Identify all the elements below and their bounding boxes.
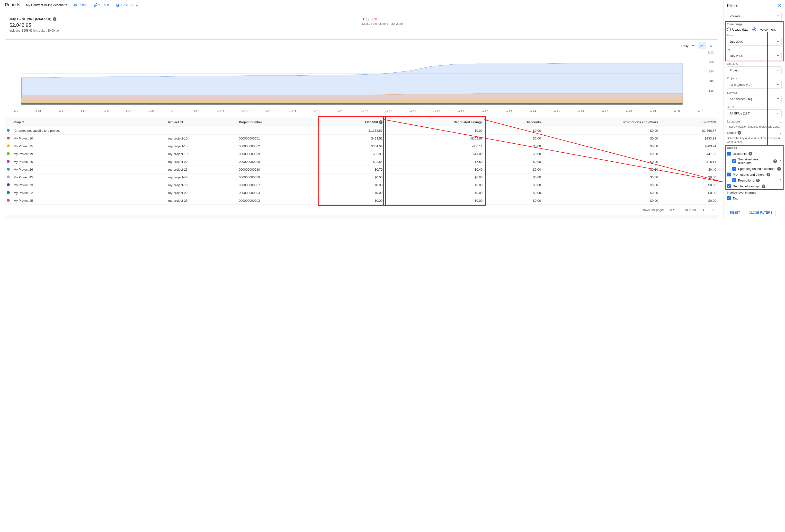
- help-icon[interactable]: ?: [762, 184, 765, 188]
- locations-hint: Filter by location data like region and …: [727, 125, 782, 129]
- svg-rect-2: [711, 46, 712, 47]
- table-row[interactable]: My Project 10my-project-10000000000001$4…: [5, 134, 718, 142]
- close-filters-button-bottom[interactable]: CLOSE FILTERS: [746, 209, 776, 216]
- billing-account-selector[interactable]: My Contract Billing Account: [26, 3, 67, 7]
- checkbox-tax[interactable]: ✓Tax: [727, 196, 782, 200]
- cell-negotiated: -$50.11: [384, 142, 484, 150]
- table-row[interactable]: My Project 26my-project-26000000000010$0…: [5, 165, 718, 173]
- print-button[interactable]: PRINT: [73, 3, 88, 7]
- chart-mode-line[interactable]: [698, 42, 706, 49]
- checkbox-checked-icon: ✓: [727, 196, 731, 200]
- checkbox-spending-based[interactable]: ✓Spending based discounts?: [732, 167, 782, 170]
- y-tick-label: $40: [709, 80, 713, 83]
- cell-promotions: $0.00: [543, 189, 660, 196]
- cell-subtotal: $0.40: [660, 165, 718, 173]
- col-subtotal[interactable]: ↓ Subtotal: [660, 117, 718, 127]
- cell-discounts: $0.00: [484, 150, 543, 158]
- chevron-up-icon[interactable]: ⌃: [779, 179, 782, 182]
- cell-project: My Project 73: [12, 181, 166, 189]
- caret-down-icon: [777, 41, 779, 42]
- x-tick-label: Jul 15: [313, 110, 320, 112]
- summary-includes: includes -$258.66 in credits , $0.00 tax: [9, 29, 362, 32]
- help-icon[interactable]: ?: [777, 167, 781, 170]
- cell-subtotal: $0.00: [660, 189, 718, 196]
- skus-select[interactable]: All SKUs (194): [727, 109, 782, 117]
- from-select[interactable]: July 2020: [727, 38, 782, 46]
- x-tick-label: Jul 27: [601, 110, 608, 112]
- chevron-right-icon: [711, 208, 715, 212]
- x-tick-label: Jul 28: [625, 110, 632, 112]
- group-by-label: Group by: [727, 62, 782, 65]
- close-filters-button[interactable]: ✕: [778, 3, 782, 9]
- line-chart-icon: [700, 44, 704, 48]
- help-icon[interactable]: ?: [379, 120, 382, 124]
- checkbox-discounts[interactable]: ✓Discounts?: [727, 152, 782, 156]
- cell-discounts: $0.00: [484, 181, 543, 189]
- rows-per-page-select[interactable]: 10: [668, 208, 675, 212]
- cell-list-cost: $493.51: [319, 134, 384, 142]
- reset-filters-button[interactable]: RESET: [727, 209, 743, 216]
- col-project[interactable]: Project: [12, 117, 166, 127]
- cell-project-id: my-project-10: [166, 134, 237, 142]
- col-promotions[interactable]: Promotions and others: [543, 117, 660, 127]
- to-select[interactable]: July 2020: [727, 52, 782, 60]
- help-icon[interactable]: ?: [756, 179, 760, 182]
- chevron-left-icon: [701, 208, 705, 212]
- radio-usage-date[interactable]: Usage date: [727, 27, 749, 31]
- help-icon[interactable]: ?: [749, 152, 752, 156]
- projects-select[interactable]: All projects (40): [727, 81, 782, 89]
- color-dot-icon: [7, 199, 10, 202]
- summary-card: July 1 – 31, 2020 (total cost) ? $2,042.…: [5, 14, 718, 36]
- chart-period-selector[interactable]: Daily: [681, 44, 694, 48]
- totals-card: Subtotal $2,042.95 Invoice total ? $2,04…: [5, 215, 718, 219]
- table-row[interactable]: My Project 20my-project-20000000000006$2…: [5, 158, 718, 165]
- to-label: To: [727, 48, 782, 51]
- table-row[interactable]: [Charges not specific to a project]—$1,3…: [5, 127, 718, 134]
- x-tick-label: Jul 16: [337, 110, 344, 112]
- cell-project-number: 000000000001: [237, 134, 319, 142]
- col-project-number[interactable]: Project number: [237, 117, 319, 127]
- table-row[interactable]: My Project 73my-project-73000000000007$0…: [5, 181, 718, 189]
- help-icon[interactable]: ?: [53, 17, 56, 21]
- checkbox-negotiated-savings[interactable]: ✓Negotiated savings?: [727, 184, 782, 188]
- checkbox-sustained-use[interactable]: ✓Sustained use discounts?⌃: [732, 158, 782, 165]
- cell-project: My Project 10: [12, 134, 166, 142]
- pager-prev-button[interactable]: [700, 207, 706, 213]
- help-icon[interactable]: ?: [766, 173, 770, 177]
- caret-down-icon: [777, 113, 779, 114]
- radio-invoice-month[interactable]: Invoice month: [753, 27, 778, 31]
- y-tick-label: $100: [708, 51, 713, 54]
- table-row[interactable]: My Project 22my-project-22000000000004$0…: [5, 189, 718, 196]
- checkbox-promotions[interactable]: ✓Promotions?⌃: [732, 178, 782, 182]
- color-dot-icon: [7, 152, 10, 155]
- share-button[interactable]: SHARE: [94, 3, 110, 7]
- col-project-id[interactable]: Project ID: [166, 117, 237, 127]
- labels-heading[interactable]: Labels?⌄: [727, 131, 782, 135]
- col-negotiated-savings[interactable]: Negotiated savings: [384, 117, 484, 127]
- services-select[interactable]: All services (16): [727, 95, 782, 103]
- x-tick-label: Jul 24: [529, 110, 536, 112]
- checkbox-promotions-others[interactable]: ✓Promotions and others?: [727, 172, 782, 177]
- save-view-button[interactable]: SAVE VIEW: [116, 3, 138, 7]
- radio-checked-icon: [753, 27, 756, 31]
- x-tick-label: Jul 18: [385, 110, 392, 112]
- locations-heading[interactable]: Locations⌄: [727, 120, 782, 123]
- caret-down-icon: [777, 84, 779, 85]
- help-icon[interactable]: ?: [773, 159, 777, 163]
- color-dot-icon: [7, 129, 10, 132]
- col-discounts[interactable]: Discounts: [484, 117, 543, 127]
- pager-next-button[interactable]: [710, 207, 716, 213]
- presets-select[interactable]: Presets: [727, 12, 782, 20]
- table-row[interactable]: My Project 19my-project-19000000000009$8…: [5, 150, 718, 158]
- table-row[interactable]: My Project 25my-project-25000000000003$0…: [5, 196, 718, 204]
- group-by-select[interactable]: Project: [727, 66, 782, 74]
- help-icon[interactable]: ?: [738, 131, 741, 135]
- chevron-up-icon[interactable]: ⌃: [779, 159, 782, 163]
- table-pager: Rows per page: 10 1 – 10 of 20: [5, 205, 718, 215]
- table-row[interactable]: My Project 15my-project-15000000000002$3…: [5, 142, 718, 150]
- x-tick-label: Jul 14: [289, 110, 296, 112]
- table-row[interactable]: My Project 45my-project-45000000000008$0…: [5, 173, 718, 181]
- chart-mode-bar[interactable]: [706, 42, 714, 49]
- cell-subtotal: $0.00: [660, 196, 718, 204]
- col-list-cost[interactable]: List cost ?: [319, 117, 384, 127]
